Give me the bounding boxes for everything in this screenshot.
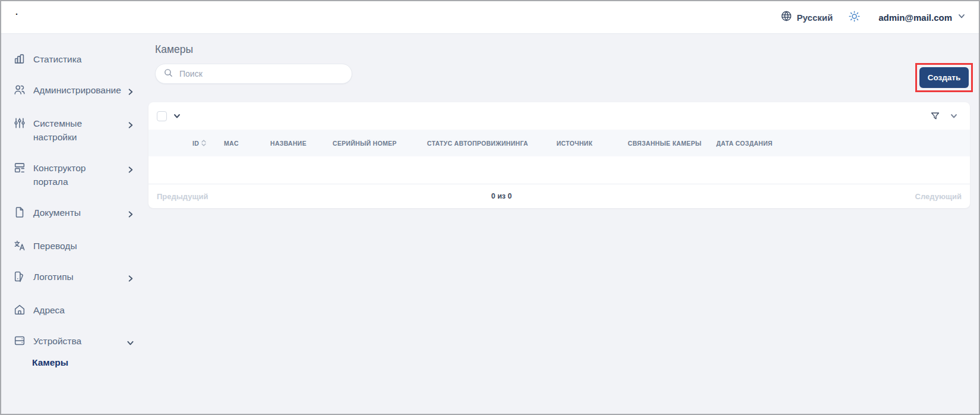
- search-input[interactable]: [179, 69, 344, 78]
- pagination-info: 0 из 0: [491, 192, 512, 200]
- sun-icon: [848, 10, 861, 25]
- sidebar-item-logos[interactable]: Логотипы: [1, 270, 144, 286]
- pagination-prev-button[interactable]: Предыдущий: [157, 192, 208, 201]
- main-content: Камеры Создать: [144, 34, 979, 414]
- home-icon: [13, 303, 26, 316]
- globe-icon: [780, 10, 792, 24]
- logo: .: [15, 9, 18, 15]
- filter-chevron-down-icon[interactable]: [950, 112, 958, 120]
- sidebar-item-label: Системные настройки: [33, 117, 118, 144]
- column-header-linked-cameras: СВЯЗАННЫЕ КАМЕРЫ: [628, 140, 701, 147]
- logos-icon: [13, 270, 26, 283]
- table-header-row: ID MAC НАЗВАНИЕ СЕРИЙНЫЙ НОМЕР СТАТУС АВ…: [148, 130, 970, 156]
- sidebar-item-documents[interactable]: Документы: [1, 206, 144, 222]
- users-icon: [13, 83, 26, 96]
- chevron-right-icon: [123, 164, 134, 177]
- language-label: Русский: [797, 12, 833, 23]
- sidebar-item-administration[interactable]: Администрирование: [1, 83, 144, 99]
- search-bar: [155, 64, 352, 84]
- sidebar-item-devices[interactable]: Устройства: [1, 334, 144, 350]
- column-header-serial: СЕРИЙНЫЙ НОМЕР: [333, 140, 397, 147]
- chevron-right-icon: [123, 86, 134, 99]
- create-button[interactable]: Создать: [919, 67, 969, 88]
- select-options-chevron-icon[interactable]: [173, 112, 181, 120]
- column-header-mac: MAC: [224, 140, 239, 147]
- pagination: Предыдущий 0 из 0 Следующий: [148, 184, 970, 208]
- sidebar-item-label: Переводы: [33, 239, 77, 253]
- column-header-created-date: ДАТА СОЗДАНИЯ: [716, 140, 773, 147]
- language-switcher[interactable]: Русский: [780, 10, 833, 24]
- table-toolbar: [148, 102, 970, 130]
- account-email: admin@mail.com: [878, 12, 952, 23]
- chevron-down-icon: [123, 337, 134, 350]
- chevron-right-icon: [123, 272, 134, 286]
- annotation-highlight-box: Создать: [915, 63, 973, 92]
- page-title: Камеры: [155, 43, 193, 56]
- column-header-name: НАЗВАНИЕ: [270, 140, 306, 147]
- sidebar-item-label: Логотипы: [33, 270, 74, 284]
- cameras-table-card: ID MAC НАЗВАНИЕ СЕРИЙНЫЙ НОМЕР СТАТУС АВ…: [148, 102, 970, 208]
- topbar: . Русский: [1, 1, 979, 34]
- sidebar-item-addresses[interactable]: Адреса: [1, 303, 144, 317]
- table-empty-body: [148, 156, 970, 184]
- sidebar-item-label: Адреса: [33, 303, 65, 317]
- document-icon: [13, 206, 26, 219]
- chevron-right-icon: [123, 208, 134, 222]
- sidebar-subitem-cameras-active[interactable]: Камеры: [1, 357, 144, 368]
- table-toolbar-right: [930, 111, 958, 122]
- account-menu[interactable]: admin@mail.com: [878, 12, 966, 23]
- devices-icon: [13, 334, 26, 347]
- column-header-id[interactable]: ID: [192, 140, 206, 147]
- search-icon: [163, 68, 173, 80]
- layout-icon: [13, 161, 26, 174]
- topbar-right: Русский admin@mail.com: [780, 1, 966, 33]
- column-header-source: ИСТОЧНИК: [557, 140, 593, 147]
- funnel-icon[interactable]: [930, 111, 941, 122]
- pagination-next-button[interactable]: Следующий: [915, 192, 962, 201]
- sidebar-item-system-settings[interactable]: Системные настройки: [1, 117, 144, 144]
- sort-arrows-icon: [201, 140, 206, 146]
- translate-icon: [13, 239, 26, 252]
- bar-chart-icon: [13, 52, 26, 65]
- page-body: Статистика Администрирование: [1, 34, 979, 414]
- sidebar-item-label: Статистика: [33, 52, 81, 66]
- chevron-right-icon: [123, 119, 134, 133]
- sidebar-item-translations[interactable]: Переводы: [1, 239, 144, 253]
- sidebar-item-label: Конструктор портала: [33, 161, 118, 188]
- sidebar-item-label: Документы: [33, 206, 81, 219]
- column-header-autoprovisioning-status: СТАТУС АВТОПРОВИЖИНИНГА: [427, 140, 528, 147]
- sidebar: Статистика Администрирование: [1, 34, 144, 414]
- sidebar-item-statistics[interactable]: Статистика: [1, 52, 144, 66]
- chevron-down-icon: [957, 12, 966, 23]
- app-window: . Русский: [0, 0, 980, 415]
- theme-toggle[interactable]: [848, 10, 861, 25]
- sidebar-item-label: Администрирование: [33, 83, 118, 97]
- sliders-icon: [13, 117, 26, 130]
- sidebar-item-label: Устройства: [33, 334, 81, 348]
- select-all-checkbox[interactable]: [157, 111, 167, 121]
- sidebar-item-portal-builder[interactable]: Конструктор портала: [1, 161, 144, 188]
